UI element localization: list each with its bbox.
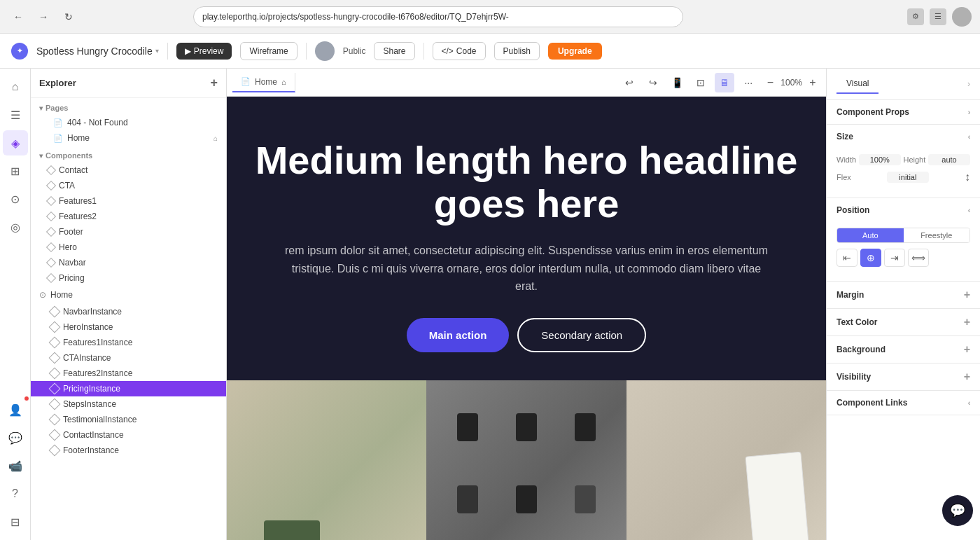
- topbar-separator-2: [306, 43, 307, 60]
- instance-contact[interactable]: ContactInstance: [31, 427, 226, 443]
- instance-icon-contact: [49, 429, 61, 441]
- rail-settings-icon[interactable]: ◎: [3, 214, 28, 240]
- rail-grid-icon[interactable]: ⊟: [3, 509, 28, 534]
- browser-icon-1[interactable]: ⚙: [907, 8, 924, 25]
- instance-footer[interactable]: FooterInstance: [31, 443, 226, 458]
- rail-layers-icon[interactable]: ☰: [3, 102, 28, 127]
- pages-section-label[interactable]: ▾ Pages: [31, 98, 226, 115]
- instance-hero[interactable]: HeroInstance: [31, 319, 226, 335]
- text-color-add-button[interactable]: +: [964, 316, 970, 328]
- component-contact[interactable]: Contact: [31, 162, 226, 178]
- browser-icon-2[interactable]: ☰: [930, 8, 946, 25]
- home-instances-icon: ⊙: [39, 290, 46, 300]
- height-value[interactable]: auto: [928, 154, 970, 165]
- instance-testimonial[interactable]: TestimonialInstance: [31, 412, 226, 427]
- component-links-header[interactable]: Component Links ‹: [827, 391, 980, 415]
- home-instances-section[interactable]: ⊙ Home: [31, 286, 226, 304]
- align-stretch-button[interactable]: ⟺: [908, 249, 929, 267]
- rail-chat-icon[interactable]: 💬: [3, 425, 28, 450]
- background-header[interactable]: Background +: [827, 336, 980, 363]
- position-tabs: Auto Freestyle: [836, 228, 970, 243]
- zoom-out-button[interactable]: −: [762, 75, 778, 90]
- forward-button[interactable]: →: [34, 7, 53, 27]
- rail-help-icon[interactable]: ?: [3, 481, 28, 506]
- visual-tabs: Visual: [836, 74, 878, 94]
- flex-icon[interactable]: ↕: [965, 171, 970, 184]
- address-bar[interactable]: play.teleporthq.io/projects/spotless-hun…: [193, 6, 683, 27]
- secondary-action-button[interactable]: Secondary action: [517, 318, 646, 352]
- zoom-in-button[interactable]: +: [805, 75, 820, 90]
- redo-button[interactable]: ↪: [643, 73, 663, 92]
- upgrade-button[interactable]: Upgrade: [548, 43, 602, 60]
- play-icon: ▶: [185, 46, 191, 56]
- component-pricing[interactable]: Pricing: [31, 270, 226, 286]
- component-navbar[interactable]: Navbar: [31, 255, 226, 270]
- align-left-button[interactable]: ⇤: [836, 249, 858, 267]
- align-row: ⇤ ⊕ ⇥ ⟺: [836, 249, 970, 267]
- main-action-button[interactable]: Main action: [407, 318, 510, 352]
- preview-button[interactable]: ▶ Preview: [176, 43, 232, 60]
- width-row: Width 100% Height auto: [836, 154, 970, 165]
- position-header[interactable]: Position ‹: [827, 198, 980, 222]
- rail-store-icon[interactable]: ⊙: [3, 186, 28, 212]
- margin-section: Margin +: [827, 282, 980, 309]
- add-page-button[interactable]: +: [210, 76, 218, 90]
- instance-cta[interactable]: CTAInstance: [31, 350, 226, 366]
- visual-tab[interactable]: Visual: [836, 74, 878, 94]
- component-cta[interactable]: CTA: [31, 178, 226, 193]
- component-footer[interactable]: Footer: [31, 224, 226, 240]
- share-button[interactable]: Share: [374, 42, 414, 60]
- margin-header[interactable]: Margin +: [827, 282, 980, 308]
- project-name[interactable]: Spotless Hungry Crocodile ▾: [36, 46, 159, 57]
- component-features2[interactable]: Features2: [31, 209, 226, 224]
- width-value[interactable]: 100%: [859, 154, 901, 165]
- home-tab[interactable]: 📄 Home ⌂: [232, 73, 295, 92]
- components-section-label[interactable]: ▾ Components: [31, 146, 226, 162]
- text-color-header[interactable]: Text Color +: [827, 309, 980, 335]
- auto-tab[interactable]: Auto: [837, 228, 904, 242]
- back-button[interactable]: ←: [8, 7, 28, 27]
- mobile-view-button[interactable]: 📱: [667, 73, 687, 92]
- component-links-section: Component Links ‹: [827, 391, 980, 415]
- instance-navbar[interactable]: NavbarInstance: [31, 304, 226, 319]
- instance-features1[interactable]: Features1Instance: [31, 335, 226, 350]
- more-options-button[interactable]: ···: [738, 73, 758, 92]
- undo-button[interactable]: ↩: [620, 73, 639, 92]
- code-button[interactable]: </> Code: [433, 42, 486, 60]
- background-add-button[interactable]: +: [964, 343, 970, 356]
- tablet-view-button[interactable]: ⊡: [691, 73, 710, 92]
- component-props-header[interactable]: Component Props ›: [827, 100, 980, 124]
- flex-value[interactable]: initial: [887, 172, 929, 183]
- rail-video-icon[interactable]: 📹: [3, 453, 28, 478]
- sidebar-header: Explorer +: [31, 69, 226, 98]
- page-home[interactable]: 📄 Home ⌂: [31, 130, 226, 146]
- desktop-view-button[interactable]: 🖥: [715, 73, 734, 92]
- align-right-button[interactable]: ⇥: [884, 249, 905, 267]
- collapse-icon[interactable]: ›: [967, 79, 970, 89]
- instance-features2[interactable]: Features2Instance: [31, 366, 226, 381]
- image-cell-3: [626, 380, 826, 540]
- chat-bubble[interactable]: 💬: [942, 495, 973, 526]
- wireframe-button[interactable]: Wireframe: [240, 42, 297, 60]
- publish-button[interactable]: Publish: [494, 42, 540, 60]
- visibility-header[interactable]: Visibility +: [827, 364, 980, 390]
- page-icon-404: 📄: [53, 118, 63, 127]
- instance-steps[interactable]: StepsInstance: [31, 396, 226, 412]
- component-features1[interactable]: Features1: [31, 193, 226, 209]
- size-header[interactable]: Size ‹: [827, 125, 980, 148]
- refresh-button[interactable]: ↻: [59, 7, 78, 27]
- align-center-button[interactable]: ⊕: [860, 249, 881, 267]
- rail-home-icon[interactable]: ⌂: [3, 74, 28, 99]
- text-color-section: Text Color +: [827, 309, 980, 336]
- rail-notifications[interactable]: 👤: [3, 397, 28, 422]
- component-hero[interactable]: Hero: [31, 240, 226, 255]
- public-label: Public: [343, 46, 366, 56]
- rail-components-icon[interactable]: ◈: [3, 130, 28, 155]
- visibility-add-button[interactable]: +: [964, 371, 970, 383]
- margin-add-button[interactable]: +: [964, 289, 970, 301]
- pages-chevron: ▾: [39, 104, 43, 112]
- rail-layout-icon[interactable]: ⊞: [3, 158, 28, 184]
- freestyle-tab[interactable]: Freestyle: [904, 228, 970, 242]
- page-404[interactable]: 📄 404 - Not Found: [31, 115, 226, 130]
- instance-pricing[interactable]: PricingInstance: [31, 381, 226, 396]
